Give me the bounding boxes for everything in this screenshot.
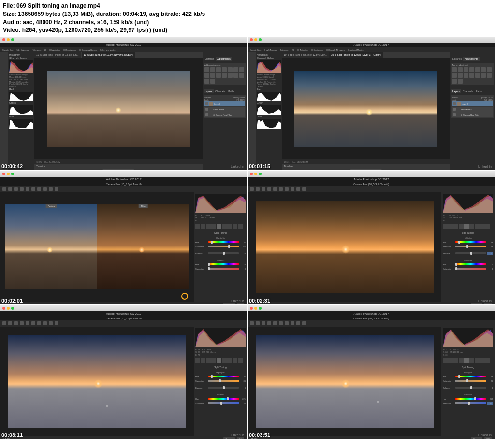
camera-raw-tools[interactable]: [0, 186, 247, 192]
frame-3: Adobe Photoshop CC 2017 Camera Raw (10_5…: [0, 171, 247, 304]
camera-raw-histogram: [195, 194, 246, 213]
size-label: Size:: [3, 11, 16, 17]
file-label: File:: [3, 2, 15, 9]
tool-palette[interactable]: [0, 52, 8, 170]
options-bar[interactable]: Sample Size:5 by 5 Average Tolerance:20 …: [0, 47, 247, 52]
audio-value: aac, 48000 Hz, 2 channels, s16, 159 kb/s…: [23, 19, 149, 26]
layer-0[interactable]: Layer 0: [204, 101, 245, 106]
mac-titlebar: [0, 37, 247, 43]
thumbnail-grid: Adobe Photoshop CC 2017 Sample Size:5 by…: [0, 36, 495, 439]
video-label: Video:: [3, 27, 20, 33]
video-value: h264, yuv420p, 1280x720, 255 kb/s, 29,97…: [22, 27, 167, 33]
right-panels: LibrariesAdjustments Add an adjustment L…: [203, 52, 247, 170]
frame-5: Adobe Photoshop CC 2017 Camera Raw (10_5…: [0, 305, 247, 439]
shadows-sat-slider[interactable]: [208, 268, 239, 270]
color-histogram: [9, 60, 33, 73]
frame-4: Adobe Photoshop CC 2017 Camera Raw (10_5…: [248, 171, 495, 304]
balance-slider[interactable]: [208, 252, 239, 254]
filename: 069 Split toning an image.mp4: [16, 2, 100, 9]
frame-1: Adobe Photoshop CC 2017 Sample Size:5 by…: [0, 37, 247, 170]
timestamp: 00:00:42: [1, 163, 23, 169]
tab-working[interactable]: 10_5 Split Tone.tif @ 12.5% (Layer 0, RG…: [82, 52, 135, 58]
ok-button[interactable]: OK: [237, 303, 244, 304]
frame-6: Adobe Photoshop CC 2017 Camera Raw (10_5…: [248, 305, 495, 439]
create-timeline-button[interactable]: Create Video Timeline: [102, 169, 134, 170]
after-label: After: [139, 204, 148, 208]
shadows-hue-slider[interactable]: [208, 263, 239, 265]
canvas[interactable]: [34, 58, 203, 159]
highlights-hue-slider[interactable]: [208, 241, 239, 243]
tab-final[interactable]: 10_5 Split Tone Final.tif @ 12.5% (Lay..…: [34, 52, 81, 58]
cancel-button[interactable]: Cancel: [223, 303, 235, 304]
app-title: Adobe Photoshop CC 2017: [0, 43, 247, 47]
frame-2: Adobe Photoshop CC 2017 Sample Size:5 by…: [248, 37, 495, 170]
highlights-sat-slider[interactable]: [208, 246, 239, 247]
document-tabs[interactable]: 10_5 Split Tone Final.tif @ 12.5% (Lay..…: [34, 52, 203, 58]
size-value: 13658659 bytes (13,03 MiB), duration: 00…: [18, 11, 205, 17]
histogram-panel: Histogram Channel: Colors Source: Entire…: [8, 52, 34, 170]
audio-label: Audio:: [3, 19, 21, 26]
before-label: Before: [46, 204, 57, 208]
